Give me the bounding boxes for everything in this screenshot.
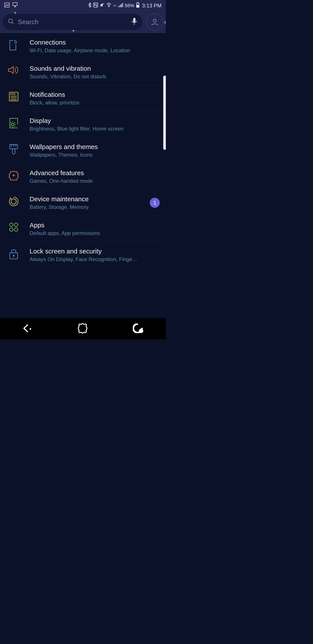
svg-point-49	[139, 329, 143, 333]
svg-point-44	[14, 228, 18, 231]
row-text: DisplayBrightness, Blue light filter, Ho…	[29, 117, 162, 132]
status-right-icons: 4G 56% 3:13 PM	[88, 2, 162, 9]
svg-line-30	[11, 122, 11, 123]
mute-icon	[100, 2, 105, 9]
svg-point-20	[12, 94, 13, 94]
search-placeholder: Search	[18, 18, 38, 26]
nav-bar	[0, 318, 166, 340]
row-title: Connections	[29, 39, 162, 46]
bluetooth-icon	[88, 2, 91, 9]
svg-point-41	[9, 223, 13, 226]
row-title: Advanced features	[29, 169, 162, 177]
settings-list[interactable]: ConnectionsWi-Fi, Data usage, Airplane m…	[0, 33, 166, 318]
row-title: Device maintenance	[29, 196, 144, 203]
svg-rect-8	[121, 4, 122, 7]
svg-point-4	[108, 6, 109, 7]
svg-rect-1	[13, 2, 17, 6]
settings-row-lock[interactable]: Lock screen and securityAlways On Displa…	[0, 242, 166, 268]
settings-header: Search	[0, 11, 166, 34]
settings-row-apps[interactable]: AppsDefault apps, App permissions	[0, 216, 166, 242]
row-subtitle: Battery, Storage, Memory	[29, 204, 144, 210]
svg-point-40	[11, 199, 16, 204]
settings-row-advanced[interactable]: Advanced featuresGames, One-handed mode	[0, 164, 166, 190]
row-subtitle: Brightness, Blue light filter, Home scre…	[29, 126, 162, 132]
settings-row-connections[interactable]: ConnectionsWi-Fi, Data usage, Airplane m…	[0, 33, 166, 59]
row-subtitle: Block, allow, prioritize	[29, 100, 162, 106]
svg-point-21	[14, 94, 15, 94]
grid4-icon	[4, 222, 23, 232]
row-title: Wallpapers and themes	[29, 143, 162, 150]
row-title: Notifications	[29, 91, 162, 98]
row-title: Lock screen and security	[29, 248, 162, 255]
row-text: Sounds and vibrationSounds, Vibration, D…	[29, 65, 162, 80]
recents-button[interactable]	[133, 324, 144, 334]
svg-rect-9	[123, 3, 123, 7]
svg-point-42	[14, 223, 18, 226]
connections-icon	[4, 39, 23, 51]
settings-row-sounds[interactable]: Sounds and vibrationSounds, Vibration, D…	[0, 59, 166, 85]
row-subtitle: Always On Display, Face Recognition, Fin…	[29, 256, 162, 262]
svg-marker-48	[29, 328, 31, 330]
row-text: ConnectionsWi-Fi, Data usage, Airplane m…	[29, 39, 162, 54]
svg-line-32	[11, 126, 11, 126]
profile-button[interactable]	[146, 14, 163, 30]
row-text: Wallpapers and themesWallpapers, Themes,…	[29, 143, 162, 158]
row-text: Device maintenanceBattery, Storage, Memo…	[29, 196, 144, 210]
row-subtitle: Default apps, App permissions	[29, 230, 162, 236]
battery-icon	[136, 2, 140, 9]
svg-point-19	[11, 94, 11, 94]
notification-badge: 1	[150, 198, 160, 208]
svg-point-17	[153, 19, 156, 22]
network-type: 4G	[113, 4, 116, 7]
display-icon	[4, 117, 23, 128]
svg-line-14	[12, 22, 14, 24]
home-button[interactable]	[77, 323, 88, 335]
row-title: Display	[29, 117, 162, 124]
lock-icon	[4, 248, 23, 259]
indicator-dot	[73, 30, 74, 32]
row-text: AppsDefault apps, App permissions	[29, 222, 162, 236]
svg-point-13	[8, 19, 12, 23]
brush-icon	[4, 143, 23, 155]
volume-icon	[4, 65, 23, 74]
search-field[interactable]: Search	[2, 14, 142, 30]
settings-row-wallpapers[interactable]: Wallpapers and themesWallpapers, Themes,…	[0, 138, 166, 164]
settings-row-display[interactable]: DisplayBrightness, Blue light filter, Ho…	[0, 112, 166, 138]
tag-icon	[12, 2, 17, 9]
svg-rect-7	[120, 4, 121, 7]
mic-icon[interactable]	[131, 18, 137, 26]
settings-row-maintenance[interactable]: Device maintenanceBattery, Storage, Memo…	[0, 190, 166, 216]
edge-indicator	[164, 21, 166, 24]
row-subtitle: Games, One-handed mode	[29, 178, 162, 184]
svg-rect-5	[118, 6, 119, 7]
row-text: Lock screen and securityAlways On Displa…	[29, 248, 162, 262]
svg-point-25	[11, 123, 14, 126]
svg-rect-6	[119, 6, 120, 7]
svg-line-33	[14, 122, 15, 123]
svg-rect-15	[133, 18, 135, 22]
svg-rect-12	[137, 5, 139, 7]
scroll-handle[interactable]	[163, 76, 166, 150]
image-icon	[4, 2, 9, 9]
battery-pct: 56%	[125, 3, 134, 8]
settings-row-notifications[interactable]: NotificationsBlock, allow, prioritize	[0, 85, 166, 112]
clock: 3:13 PM	[142, 2, 162, 9]
gear-plus-icon	[4, 169, 23, 180]
row-subtitle: Wallpapers, Themes, Icons	[29, 152, 162, 158]
status-bar: 4G 56% 3:13 PM	[0, 0, 166, 11]
svg-rect-11	[137, 2, 138, 3]
signal-icon	[118, 3, 123, 8]
wifi-icon	[106, 3, 111, 8]
back-button[interactable]	[22, 324, 33, 334]
search-icon	[8, 18, 14, 26]
row-title: Apps	[29, 222, 162, 229]
row-subtitle: Wi-Fi, Data usage, Airplane mode, Locati…	[29, 48, 162, 54]
svg-point-43	[9, 228, 13, 231]
row-text: NotificationsBlock, allow, prioritize	[29, 91, 162, 106]
svg-line-31	[14, 126, 15, 126]
row-title: Sounds and vibration	[29, 65, 162, 72]
indicator-dot	[14, 12, 16, 14]
status-left-icons	[4, 2, 17, 9]
row-text: Advanced featuresGames, One-handed mode	[29, 169, 162, 184]
reload-icon	[4, 196, 23, 207]
